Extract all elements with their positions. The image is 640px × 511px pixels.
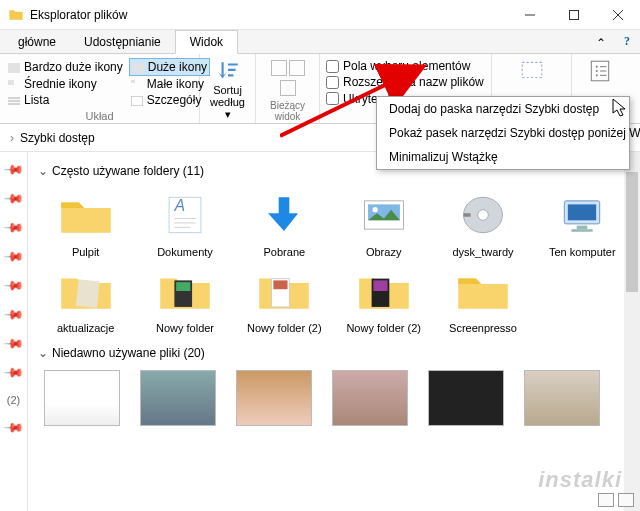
svg-point-14 (596, 66, 598, 68)
recent-file[interactable] (428, 370, 504, 426)
ribbon-group-layout: Bardzo duże ikony Duże ikony Średnie iko… (0, 54, 200, 123)
view-toggle[interactable] (598, 493, 634, 507)
watermark: instalki (538, 467, 622, 493)
window-title: Eksplorator plików (30, 8, 127, 22)
pin-icon[interactable]: 📌 (3, 275, 25, 297)
ribbon-collapse-icon[interactable]: ⌃ (596, 36, 606, 50)
view-medium-icons[interactable]: Średnie ikony (6, 76, 125, 92)
recent-file[interactable] (524, 370, 600, 426)
folder-screenpresso[interactable]: Screenpresso (435, 264, 530, 334)
svg-rect-36 (75, 279, 99, 308)
breadcrumb-root[interactable]: Szybki dostęp (20, 131, 95, 145)
pin-icon[interactable]: 📌 (3, 159, 25, 181)
svg-rect-4 (8, 63, 20, 73)
svg-rect-42 (373, 280, 387, 291)
ctx-minimize-ribbon[interactable]: Minimalizuj Wstążkę (377, 145, 629, 169)
group-label-layout: Układ (6, 110, 193, 122)
svg-rect-31 (464, 213, 471, 217)
main-area: 📌 📌 📌 📌 📌 📌 📌 📌 (2) 📌 ⌄ Często używane f… (0, 152, 640, 511)
ribbon-group-current: Bieżący widok (256, 54, 320, 123)
close-button[interactable] (596, 0, 640, 30)
recent-file[interactable] (332, 370, 408, 426)
titlebar: Eksplorator plików (0, 0, 640, 30)
folder-nowy-1[interactable]: Nowy folder (137, 264, 232, 334)
group-label-current: Bieżący widok (262, 100, 313, 122)
svg-rect-35 (572, 229, 593, 232)
scrollbar[interactable] (624, 152, 640, 511)
recent-file[interactable] (44, 370, 120, 426)
svg-rect-6 (8, 80, 14, 85)
svg-point-16 (596, 74, 598, 76)
svg-rect-7 (131, 80, 135, 83)
frequent-grid: Pulpit A Dokumenty Pobrane Obrazy dysk_t… (38, 188, 630, 334)
folder-pobrane[interactable]: Pobrane (237, 188, 332, 258)
minimize-button[interactable] (508, 0, 552, 30)
folder-dokumenty[interactable]: A Dokumenty (137, 188, 232, 258)
svg-rect-5 (132, 63, 144, 73)
context-menu: Dodaj do paska narzędzi Szybki dostęp Po… (376, 96, 630, 170)
check-extensions[interactable]: Rozszerzenia nazw plików (326, 75, 485, 89)
svg-point-30 (478, 210, 489, 221)
ribbon-group-sort[interactable]: Sortujwedług ▾ (200, 54, 256, 123)
svg-rect-34 (577, 226, 588, 230)
svg-rect-33 (568, 204, 596, 220)
pin-icon[interactable]: 📌 (3, 246, 25, 268)
folder-nowy-2[interactable]: Nowy folder (2) (237, 264, 332, 334)
sort-icon (214, 58, 242, 84)
section-recent[interactable]: ⌄ Niedawno używane pliki (20) (38, 346, 630, 360)
pin-icon[interactable]: 📌 (3, 188, 25, 210)
svg-rect-40 (274, 280, 288, 289)
svg-point-15 (596, 70, 598, 72)
chevron-right-icon: › (10, 131, 14, 145)
view-list[interactable]: Lista (6, 92, 125, 108)
help-icon[interactable]: ? (624, 34, 630, 49)
cursor-icon (612, 98, 628, 118)
svg-point-28 (372, 207, 377, 212)
pin-icon[interactable]: 📌 (3, 362, 25, 384)
pin-icon[interactable]: 📌 (3, 417, 25, 439)
recent-file[interactable] (140, 370, 216, 426)
ribbon-tabs: główne Udostępnianie Widok ⌃ ? (0, 30, 640, 54)
tab-glowne[interactable]: główne (4, 31, 70, 53)
check-item-boxes[interactable]: Pola wyboru elementów (326, 59, 485, 73)
ctx-show-qat-below[interactable]: Pokaż pasek narzędzi Szybki dostęp poniż… (377, 121, 629, 145)
svg-rect-12 (522, 62, 542, 77)
tab-udostepnianie[interactable]: Udostępnianie (70, 31, 175, 53)
pin-icon[interactable]: 📌 (3, 217, 25, 239)
chevron-down-icon: ⌄ (38, 164, 48, 178)
chevron-down-icon: ⌄ (38, 346, 48, 360)
content-pane: ⌄ Często używane foldery (11) Pulpit A D… (28, 152, 640, 511)
svg-rect-1 (570, 10, 579, 19)
svg-rect-38 (176, 282, 190, 291)
view-small-icons[interactable]: Małe ikony (129, 76, 210, 92)
tab-widok[interactable]: Widok (175, 30, 238, 54)
hide-icon (517, 58, 547, 84)
folder-obrazy[interactable]: Obrazy (336, 188, 431, 258)
view-details[interactable]: Szczegóły (129, 92, 210, 108)
folder-ten-komputer[interactable]: Ten komputer (535, 188, 630, 258)
ctx-add-to-qat[interactable]: Dodaj do paska narzędzi Szybki dostęp (377, 97, 629, 121)
recent-grid (38, 370, 630, 426)
quick-access-pins: 📌 📌 📌 📌 📌 📌 📌 📌 (2) 📌 (0, 152, 28, 511)
folder-icon (8, 7, 24, 23)
svg-rect-11 (131, 96, 143, 106)
folder-aktualizacje[interactable]: aktualizacje (38, 264, 133, 334)
folder-dysk[interactable]: dysk_twardy (435, 188, 530, 258)
recent-file[interactable] (236, 370, 312, 426)
view-extra-large[interactable]: Bardzo duże ikony (6, 58, 125, 76)
pin-icon[interactable]: 📌 (3, 333, 25, 355)
maximize-button[interactable] (552, 0, 596, 30)
folder-pulpit[interactable]: Pulpit (38, 188, 133, 258)
svg-text:A: A (173, 197, 185, 214)
folder-nowy-3[interactable]: Nowy folder (2) (336, 264, 431, 334)
view-large-icons[interactable]: Duże ikony (129, 58, 210, 76)
options-icon (585, 58, 615, 84)
pins-more: (2) (7, 394, 20, 406)
pin-icon[interactable]: 📌 (3, 304, 25, 326)
